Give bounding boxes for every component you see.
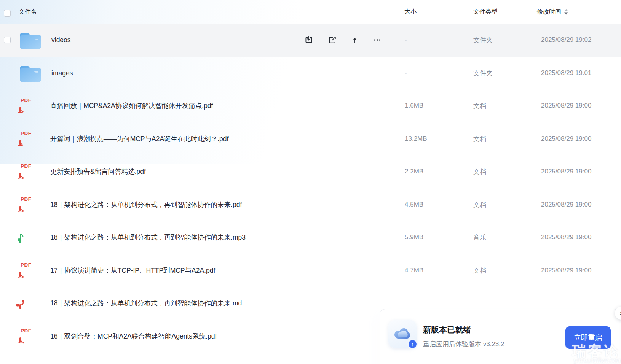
column-header-type[interactable]: 文件类型	[473, 8, 498, 16]
file-row-videos[interactable]: videos	[0, 24, 621, 57]
file-size: 5.9MB	[405, 234, 423, 241]
folder-icon	[19, 64, 42, 82]
file-name[interactable]: 开篇词｜浪潮拐点——为何MCP与A2A诞生在此时此刻？.pdf	[50, 134, 228, 143]
file-size: 1.6MB	[405, 102, 423, 110]
file-name[interactable]: 18｜架构进化之路：从单机到分布式，再到智能体协作的未来.mp3	[50, 233, 246, 242]
file-size: -	[405, 69, 407, 77]
column-header-modified-label: 修改时间	[537, 8, 561, 16]
file-name[interactable]: 18｜架构进化之路：从单机到分布式，再到智能体协作的未来.pdf	[50, 200, 242, 209]
open-external-icon[interactable]	[326, 33, 339, 46]
sort-icon[interactable]	[564, 9, 568, 15]
column-header-name[interactable]: 文件名	[19, 8, 37, 16]
update-toast: ↑ 新版本已就绪 重启应用后体验版本 v3.23.2 立即重启	[380, 309, 619, 364]
file-row[interactable]: PDF 更新安排预告&留言问答精选.pdf 2.2MB 文档 2025/08/2…	[0, 155, 621, 188]
file-size: 4.5MB	[405, 201, 423, 208]
file-modified: 2025/08/29 19:02	[541, 36, 591, 44]
file-row[interactable]: PDF 17｜协议演进简史：从TCP-IP、HTTP到MCP与A2A.pdf 4…	[0, 254, 621, 287]
column-header-modified[interactable]: 修改时间	[537, 8, 568, 16]
more-icon[interactable]	[371, 33, 384, 46]
file-list: videos	[0, 24, 621, 353]
file-size: 13.2MB	[405, 135, 427, 143]
file-type: 文档	[473, 200, 486, 209]
cloud-drive-update-icon: ↑	[388, 320, 417, 348]
move-to-top-icon[interactable]	[348, 33, 361, 46]
file-type: 文档	[473, 102, 486, 110]
file-modified: 2025/08/29 19:00	[541, 267, 591, 274]
restart-now-button[interactable]: 立即重启	[565, 326, 611, 349]
file-type: 文件夹	[473, 68, 493, 77]
file-name[interactable]: videos	[51, 36, 71, 44]
file-row[interactable]: PDF 18｜架构进化之路：从单机到分布式，再到智能体协作的未来.pdf 4.5…	[0, 188, 621, 221]
file-name[interactable]: 16｜双剑合璧：MCP和A2A联合构建智能Agents系统.pdf	[50, 332, 217, 341]
file-row-images[interactable]: images - 文件夹 2025/08/29 19:01	[0, 57, 621, 90]
download-icon[interactable]	[302, 33, 315, 46]
list-header: 文件名 大小 文件类型 修改时间	[0, 0, 621, 24]
file-name[interactable]: 直播回放｜MCP&A2A协议如何解决智能体开发痛点.pdf	[50, 101, 213, 110]
file-type: 文件夹	[473, 36, 493, 45]
file-name[interactable]: 17｜协议演进简史：从TCP-IP、HTTP到MCP与A2A.pdf	[50, 266, 215, 275]
update-arrow-badge: ↑	[407, 339, 418, 349]
file-name[interactable]: 18｜架构进化之路：从单机到分布式，再到智能体协作的未来.md	[50, 299, 242, 308]
file-modified: 2025/08/29 19:01	[541, 69, 591, 77]
file-row[interactable]: PDF 直播回放｜MCP&A2A协议如何解决智能体开发痛点.pdf 1.6MB …	[0, 89, 621, 122]
row-checkbox[interactable]	[4, 37, 11, 43]
file-modified: 2025/08/29 19:00	[541, 201, 591, 208]
file-modified: 2025/08/29 19:00	[541, 168, 591, 175]
file-type: 文档	[473, 266, 486, 275]
folder-icon	[19, 31, 42, 49]
file-modified: 2025/08/29 19:00	[541, 102, 591, 110]
file-size: -	[405, 36, 407, 44]
select-all-checkbox[interactable]	[4, 10, 11, 17]
toast-title: 新版本已就绪	[423, 324, 471, 335]
file-size: 4.7MB	[405, 267, 423, 274]
file-manager-page: 文件名 大小 文件类型 修改时间	[0, 0, 621, 364]
toast-subtitle: 重启应用后体验版本 v3.23.2	[423, 340, 504, 348]
column-header-size[interactable]: 大小	[404, 8, 417, 16]
file-type: 音乐	[473, 233, 486, 242]
file-type: 文档	[473, 167, 486, 176]
file-modified: 2025/08/29 19:00	[541, 135, 591, 143]
file-row[interactable]: PDF 开篇词｜浪潮拐点——为何MCP与A2A诞生在此时此刻？.pdf 13.2…	[0, 122, 621, 156]
file-row[interactable]: 18｜架构进化之路：从单机到分布式，再到智能体协作的未来.mp3 5.9MB 音…	[0, 221, 621, 254]
file-size: 2.2MB	[405, 168, 423, 175]
file-name[interactable]: 更新安排预告&留言问答精选.pdf	[50, 167, 146, 176]
file-type: 文档	[473, 134, 486, 143]
file-name[interactable]: images	[51, 69, 73, 77]
file-modified: 2025/08/29 19:00	[541, 234, 591, 241]
